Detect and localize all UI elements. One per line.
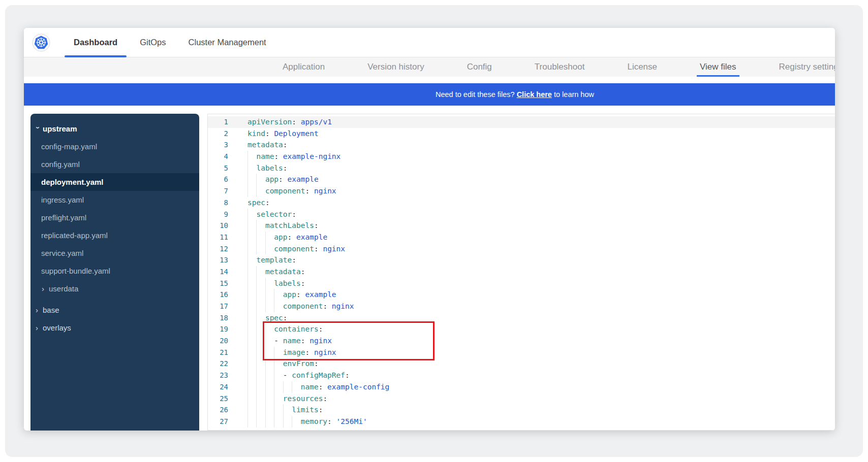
- subnav-tab-version-history[interactable]: Version history: [367, 57, 424, 77]
- indent-guide: [265, 404, 274, 416]
- line-content: app: example: [247, 174, 319, 185]
- code-line-17: 17component: nginx: [208, 301, 835, 312]
- header-tab-cluster-management[interactable]: Cluster Management: [179, 28, 275, 57]
- indent-guide: [256, 323, 265, 335]
- subnav-tab-view-files[interactable]: View files: [700, 57, 736, 77]
- indent-guide: [256, 416, 265, 427]
- line-content: memory: '256Mi': [247, 416, 367, 427]
- code-line-14: 14metadata:: [208, 266, 835, 278]
- subnav-tab-config[interactable]: Config: [467, 57, 492, 77]
- code-line-20: 20- name: nginx: [208, 335, 835, 347]
- tree-item-deployment-yaml[interactable]: deployment.yaml: [30, 173, 199, 191]
- header-tab-gitops[interactable]: GitOps: [131, 28, 175, 57]
- indent-guide: [256, 301, 265, 312]
- indent-guide: [292, 416, 300, 427]
- tree-item-label: config-map.yaml: [41, 142, 97, 151]
- code-line-11: 11app: example: [208, 232, 835, 243]
- indent-guide: [247, 185, 256, 197]
- line-number: 18: [208, 312, 228, 324]
- code-line-4: 4name: example-nginx: [208, 151, 835, 162]
- line-number: 6: [208, 174, 228, 185]
- line-content: metadata:: [247, 139, 288, 151]
- tree-item-config-map-yaml[interactable]: config-map.yaml: [30, 138, 199, 155]
- line-number: 5: [208, 162, 228, 174]
- tree-item-label: base: [43, 306, 59, 314]
- subnav-tab-license[interactable]: License: [627, 57, 657, 77]
- line-content: name: example-config: [247, 381, 389, 393]
- yaml-code-editor[interactable]: 1apiVersion: apps/v12kind: Deployment3me…: [207, 114, 835, 431]
- tree-item-preflight-yaml[interactable]: preflight.yaml: [30, 209, 199, 226]
- indent-guide: [283, 404, 292, 416]
- indent-guide: [247, 393, 256, 405]
- edit-files-banner-text: Need to edit these files? Click here to …: [195, 90, 835, 98]
- line-number: 25: [208, 393, 228, 405]
- tree-item-support-bundle-yaml[interactable]: support-bundle.yaml: [30, 262, 199, 280]
- tree-item-upstream[interactable]: ›upstream: [30, 120, 199, 138]
- line-content: - name: nginx: [247, 335, 332, 347]
- indent-guide: [256, 289, 265, 301]
- indent-guide: [256, 370, 265, 381]
- indent-guide: [283, 416, 292, 427]
- line-content: labels:: [247, 278, 305, 289]
- app-subnav-tabs: ApplicationVersion historyConfigTroubles…: [24, 57, 835, 77]
- tree-item-label: preflight.yaml: [41, 213, 86, 222]
- line-number: 16: [208, 289, 228, 301]
- chevron-right-icon: ›: [36, 306, 41, 314]
- chevron-right-icon: ›: [36, 324, 41, 332]
- code-line-6: 6app: example: [208, 174, 835, 185]
- code-line-23: 23- configMapRef:: [208, 370, 835, 381]
- tree-item-label: config.yaml: [41, 160, 80, 169]
- tree-item-label: replicated-app.yaml: [41, 231, 108, 240]
- code-line-10: 10matchLabels:: [208, 220, 835, 232]
- subnav-tab-application[interactable]: Application: [283, 57, 325, 77]
- line-content: component: nginx: [247, 301, 354, 312]
- indent-guide: [256, 393, 265, 405]
- indent-guide: [256, 404, 265, 416]
- subnav-tab-troubleshoot[interactable]: Troubleshoot: [535, 57, 585, 77]
- line-content: image: nginx: [247, 347, 336, 358]
- chevron-right-icon: ›: [42, 285, 47, 292]
- tree-item-replicated-app-yaml[interactable]: replicated-app.yaml: [30, 226, 199, 244]
- indent-guide: [247, 335, 256, 347]
- line-number: 3: [208, 139, 228, 151]
- tree-item-ingress-yaml[interactable]: ingress.yaml: [30, 191, 199, 209]
- subnav-tab-registry-settings[interactable]: Registry settings: [779, 57, 835, 77]
- line-content: resources:: [247, 393, 327, 405]
- indent-guide: [265, 393, 274, 405]
- indent-guide: [274, 393, 283, 405]
- indent-guide: [247, 370, 256, 381]
- indent-guide: [265, 358, 274, 370]
- code-line-15: 15labels:: [208, 278, 835, 289]
- indent-guide: [247, 323, 256, 335]
- indent-guide: [265, 232, 274, 243]
- tree-item-label: overlays: [43, 323, 71, 332]
- indent-guide: [247, 312, 256, 324]
- header-tab-dashboard[interactable]: Dashboard: [65, 28, 127, 57]
- tree-item-label: support-bundle.yaml: [41, 267, 110, 275]
- indent-guide: [265, 370, 274, 381]
- line-content: - configMapRef:: [247, 370, 350, 381]
- indent-guide: [265, 301, 274, 312]
- indent-guide: [247, 404, 256, 416]
- indent-guide: [247, 347, 256, 358]
- line-content: spec:: [247, 197, 270, 209]
- code-line-9: 9selector:: [208, 209, 835, 220]
- tree-item-label: upstream: [43, 124, 77, 133]
- indent-guide: [283, 381, 292, 393]
- line-number: 20: [208, 335, 228, 347]
- tree-item-config-yaml[interactable]: config.yaml: [30, 155, 199, 173]
- code-line-12: 12component: nginx: [208, 243, 835, 255]
- line-content: labels:: [247, 162, 288, 174]
- tree-item-label: deployment.yaml: [41, 178, 104, 186]
- indent-guide: [265, 289, 274, 301]
- code-line-22: 22envFrom:: [208, 358, 835, 370]
- indent-guide: [256, 220, 265, 232]
- indent-guide: [247, 301, 256, 312]
- line-content: metadata:: [247, 266, 305, 278]
- indent-guide: [265, 347, 274, 358]
- tree-item-overlays[interactable]: ›overlays: [30, 319, 199, 337]
- tree-item-userdata[interactable]: ›userdata: [30, 280, 199, 298]
- tree-item-service-yaml[interactable]: service.yaml: [30, 244, 199, 262]
- banner-click-here-link[interactable]: Click here: [517, 90, 552, 98]
- tree-item-base[interactable]: ›base: [30, 301, 199, 319]
